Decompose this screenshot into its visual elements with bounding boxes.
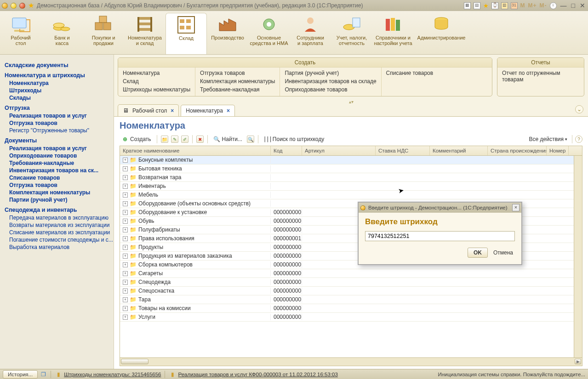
nav-link[interactable]: Списание материалов из эксплуатации [9,229,114,236]
vertical-scrollbar[interactable] [574,156,582,357]
section-assets[interactable]: Основные средства и НМА [248,13,290,54]
table-row[interactable]: +📁Бытовая техника [120,164,582,173]
panel-link[interactable]: Комплектация номенклатуры [200,77,275,85]
table-row[interactable]: +📁Инвентарь [120,182,582,191]
barcode-input[interactable] [365,231,515,241]
memory-mminus[interactable]: M- [540,2,547,9]
section-refs[interactable]: Справочники и настройки учета [372,13,414,54]
status-link[interactable]: Реализация товаров и услуг КФ00-000003 о… [178,372,337,377]
panel-link[interactable]: Отчет по отгруженным товарам [502,69,579,84]
table-row[interactable]: +📁Спецодежда000000000... [120,278,582,287]
col-country[interactable]: Страна происхождения [488,146,547,155]
history-button[interactable]: История... [3,370,38,379]
expand-icon[interactable]: + [123,219,128,224]
section-desktop[interactable]: Рабочий стол [0,13,41,54]
expand-icon[interactable]: + [123,158,128,163]
maximize-button[interactable]: □ [571,2,576,9]
table-row[interactable]: +📁Товары на комиссии000000000... [120,304,582,313]
expand-icon[interactable]: + [123,245,128,250]
close-button[interactable]: × [512,204,519,211]
nav-group-title[interactable]: Складские документы [5,62,114,68]
minimize-button[interactable]: — [559,2,568,9]
nav-link[interactable]: Реализация товаров и услуг [9,113,114,119]
expand-icon[interactable]: + [123,271,128,276]
toolbar-icon[interactable]: ▤ [474,2,480,9]
section-production[interactable]: Производство [207,13,248,54]
close-icon[interactable]: × [171,107,174,114]
nav-link[interactable]: Передача материалов в эксплуатацию [9,215,114,221]
nav-group-title[interactable]: Номенклатура и штрихкоды [5,72,114,79]
new-folder-icon[interactable]: 📁 [161,136,168,143]
all-actions-button[interactable]: Все действия ▾ [527,135,569,143]
expand-icon[interactable]: + [123,306,128,311]
edit-icon[interactable]: ✐ [181,136,188,143]
expand-icon[interactable]: + [123,297,128,302]
table-row[interactable]: +📁Возвратная тара [120,173,582,182]
nav-group-title[interactable]: Документы [5,137,114,144]
nav-link[interactable]: Списание товаров [9,175,114,181]
find-button[interactable]: 🔍 Найти... [211,135,244,144]
scrollbar-thumb[interactable] [121,359,148,364]
expand-icon[interactable]: + [123,262,128,267]
expand-icon[interactable]: + [123,288,128,294]
toolbar-icon[interactable]: ▦ [464,2,471,9]
circle-icon[interactable] [11,3,17,9]
table-row[interactable]: +📁Спецоснастка000000000... [120,287,582,295]
col-comment[interactable]: Комментарий [430,146,488,155]
calendar-icon[interactable]: 31 [511,2,518,9]
expand-icon[interactable]: ⌄ [575,105,583,113]
status-link[interactable]: Штрихкоды номенклатуры: 3215465656 [64,372,161,377]
nav-link[interactable]: Выработка материалов [9,244,114,250]
nav-link[interactable]: Штрихкоды [9,87,114,94]
expand-icon[interactable]: + [123,227,128,232]
nav-group-title[interactable]: Спецодежда и инвентарь [5,207,114,213]
panel-link[interactable]: Оприходование товаров [285,85,376,94]
nav-link[interactable]: Партии (ручной учет) [9,197,114,203]
expand-icon[interactable]: + [123,175,128,180]
nav-link[interactable]: Номенклатура [9,80,114,86]
section-admin[interactable]: Администрирование [414,13,469,54]
scroll-right-icon[interactable]: ▶ [575,359,581,364]
table-row[interactable]: +📁Сигареты000000000... [120,269,582,278]
nav-link[interactable]: Регистр "Отгруженные товары" [9,127,114,134]
table-row[interactable]: +📁Бонусные комплекты [120,156,582,164]
nav-link[interactable]: Реализация товаров и услуг [9,145,114,152]
help-icon[interactable]: ? [575,136,582,143]
close-icon[interactable]: × [227,107,230,114]
expand-icon[interactable]: + [123,315,128,320]
star-icon[interactable]: ★ [28,1,34,10]
barcode-search-button[interactable]: ||| Поиск по штрихкоду [262,135,326,144]
circle-icon[interactable] [19,3,25,9]
info-icon[interactable]: i [550,2,557,9]
section-warehouse[interactable]: Склад [166,13,207,54]
panel-splitter-icon[interactable]: ▴▾ [114,99,588,104]
col-vat[interactable]: Ставка НДС [376,146,430,155]
calc-icon[interactable]: ▥ [501,2,508,9]
favorite-icon[interactable]: ★ [483,2,489,9]
col-num[interactable]: Номер [547,146,569,155]
nav-group-title[interactable]: Отгрузка [5,105,114,111]
windows-icon[interactable]: ❐ [40,371,47,378]
col-art[interactable]: Артикул [302,146,376,155]
table-row[interactable]: +📁Мебель [120,191,582,199]
nav-link[interactable]: Инвентаризация товаров на ск... [9,167,114,174]
section-sales[interactable]: Покупки и продажи [83,13,124,54]
nav-link[interactable]: Оприходование товаров [9,153,114,159]
nav-link[interactable]: Требования-накладные [9,160,114,166]
expand-icon[interactable]: + [123,236,128,241]
expand-icon[interactable]: + [123,254,128,259]
panel-link[interactable]: Штрихкоды номенклатуры [123,85,190,94]
expand-icon[interactable]: + [123,192,128,198]
col-name[interactable]: Краткое наименование [120,146,271,155]
delete-icon[interactable]: ✖ [196,136,204,143]
nav-link[interactable]: Погашение стоимости спецодежды и с... [9,237,114,243]
close-button[interactable]: ✕ [579,2,586,9]
horizontal-scrollbar[interactable]: ▶ [120,357,582,366]
panel-link[interactable]: Партия (ручной учет) [285,69,376,77]
nav-link[interactable]: Отгрузка товаров [9,182,114,188]
create-button[interactable]: ⊕ Создать [120,135,153,144]
nav-link[interactable]: Склады [9,95,114,101]
expand-icon[interactable]: + [123,166,128,171]
section-nomen[interactable]: Номенклатура и склад [124,13,166,54]
expand-icon[interactable]: + [123,210,128,215]
